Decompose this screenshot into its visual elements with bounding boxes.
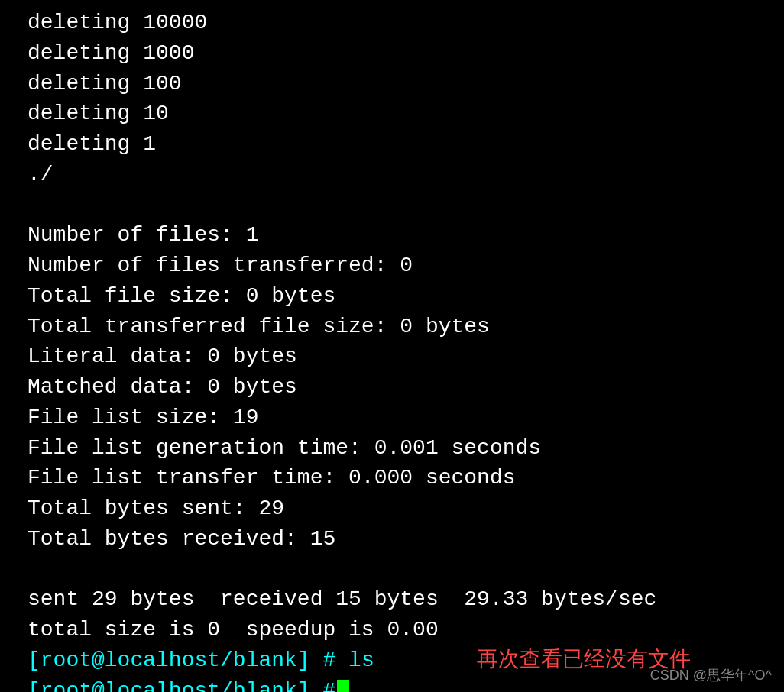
line-deleting-1000: deleting 1000 (28, 38, 769, 69)
line-deleting-10: deleting 10 (28, 99, 769, 129)
line-num-files: Number of files: 1 (28, 220, 769, 251)
line-dot-slash: ./ (28, 160, 769, 190)
prompt-text-2: [root@localhost/blank] # (28, 676, 335, 693)
prompt-text-1: [root@localhost/blank] # (28, 645, 348, 676)
line-sent-received: sent 29 bytes received 15 bytes 29.33 by… (28, 584, 769, 615)
line-total-bytes-sent: Total bytes sent: 29 (28, 493, 769, 524)
cursor-block (337, 680, 349, 692)
line-num-files-transferred: Number of files transferred: 0 (28, 251, 769, 281)
line-deleting-100: deleting 100 (28, 69, 769, 99)
line-deleting-10000: deleting 10000 (28, 8, 769, 38)
ls-command: ls (348, 645, 374, 676)
line-total-file-size: Total file size: 0 bytes (28, 281, 769, 312)
line-total-size: total size is 0 speedup is 0.00 (28, 615, 769, 645)
line-matched-data: Matched data: 0 bytes (28, 372, 769, 403)
line-total-transferred: Total transferred file size: 0 bytes (28, 312, 769, 342)
line-deleting-1: deleting 1 (28, 129, 769, 160)
line-file-list-transfer-time: File list transfer time: 0.000 seconds (28, 463, 769, 493)
empty-line-2 (28, 555, 769, 585)
empty-line-1 (28, 190, 769, 221)
line-file-list-size: File list size: 19 (28, 403, 769, 433)
line-file-list-gen-time: File list generation time: 0.001 seconds (28, 433, 769, 464)
line-total-bytes-received: Total bytes received: 15 (28, 524, 769, 555)
watermark: CSDN @思华年^O^ (650, 666, 772, 686)
terminal-window: deleting 10000 deleting 1000 deleting 10… (0, 0, 784, 692)
line-literal-data: Literal data: 0 bytes (28, 341, 769, 372)
